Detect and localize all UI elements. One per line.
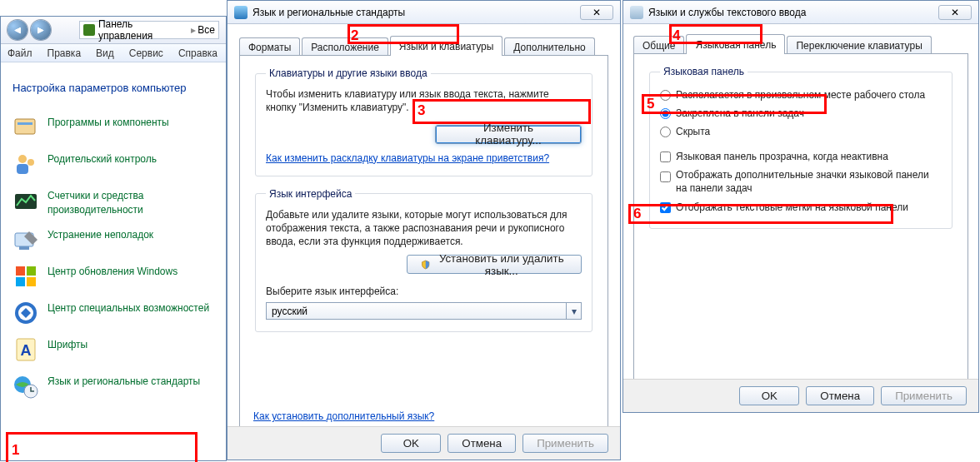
marker-3-num: 3 — [418, 102, 425, 119]
marker-4-num: 4 — [672, 27, 680, 44]
cat-label: Язык и региональные стандарты — [48, 373, 200, 388]
programs-icon — [12, 114, 39, 141]
group-legend: Языковая панель — [660, 66, 748, 77]
chk-label: Отображать дополнительные значки языково… — [676, 169, 942, 195]
parental-icon — [12, 151, 39, 177]
langbar-group: Языковая панель Располагается в произвол… — [649, 66, 952, 229]
windows-update-icon — [12, 263, 39, 290]
marker-6-num: 6 — [633, 206, 641, 222]
chk-text-labels[interactable]: Отображать текстовые метки на языковой п… — [660, 198, 942, 216]
chevron-icon: ▸ — [191, 24, 196, 36]
cat-ease-of-access[interactable]: Центр специальных возможностей — [12, 295, 214, 331]
radio-floating[interactable]: Располагается в произвольном месте рабоч… — [660, 86, 942, 104]
apply-button[interactable]: Применить — [522, 434, 608, 453]
tab-location[interactable]: Расположение — [302, 37, 388, 56]
radio-hidden[interactable]: Скрыта — [660, 122, 942, 141]
cat-label: Счетчики и средства производительности — [48, 187, 214, 216]
tab-switch[interactable]: Переключение клавиатуры — [787, 36, 931, 54]
dialog-footer: OK Отмена Применить — [228, 426, 620, 460]
svg-rect-10 — [16, 277, 25, 286]
cat-perf[interactable]: Счетчики и средства производительности — [12, 182, 214, 221]
cat-label: Шрифты — [48, 336, 88, 351]
cat-label: Центр специальных возможностей — [48, 300, 209, 315]
svg-rect-0 — [15, 119, 35, 134]
radio-label: Располагается в произвольном месте рабоч… — [676, 89, 925, 101]
title-label: Язык и региональные стандарты — [252, 7, 580, 18]
back-button[interactable]: ◄ — [8, 20, 28, 40]
troubleshoot-icon — [12, 226, 39, 253]
menu-edit[interactable]: Правка — [48, 47, 82, 59]
close-button[interactable]: ✕ — [580, 5, 613, 20]
svg-rect-8 — [16, 266, 25, 276]
chk-transparent[interactable]: Языковая панель прозрачна, когда неактив… — [660, 147, 942, 166]
apply-button[interactable]: Применить — [881, 386, 967, 405]
forward-button[interactable]: ► — [31, 20, 51, 40]
cat-programs[interactable]: Программы и компоненты — [12, 109, 214, 146]
control-panel-icon — [83, 24, 95, 36]
tab-formats[interactable]: Форматы — [239, 37, 300, 56]
radio-label: Скрыта — [676, 126, 710, 137]
svg-rect-7 — [19, 246, 29, 250]
ok-button[interactable]: OK — [739, 386, 799, 405]
fonts-icon: A — [12, 336, 39, 363]
group-legend: Клавиатуры и другие языки ввода — [266, 67, 431, 79]
globe-clock-icon — [12, 373, 39, 400]
marker-2-num: 2 — [351, 27, 358, 44]
category-list: Программы и компоненты Родительский конт… — [1, 109, 226, 404]
menu-view[interactable]: Вид — [96, 47, 114, 59]
tabs: Форматы Расположение Языки и клавиатуры … — [239, 36, 608, 56]
cancel-button[interactable]: Отмена — [806, 386, 874, 405]
breadcrumb-bar[interactable]: Панель управления ▸ Все — [79, 21, 219, 39]
chk-label: Языковая панель прозрачна, когда неактив… — [676, 151, 888, 162]
menu-file[interactable]: Файл — [8, 47, 32, 59]
change-keyboard-button[interactable]: Изменить клавиатуру... — [435, 125, 582, 144]
cat-fonts[interactable]: A Шрифты — [12, 331, 214, 368]
welcome-layout-link[interactable]: Как изменить раскладку клавиатуры на экр… — [266, 152, 549, 164]
display-lang-group: Язык интерфейса Добавьте или удалите язы… — [255, 188, 592, 333]
extra-lang-link[interactable]: Как установить дополнительный язык? — [253, 410, 434, 422]
keyboard-icon — [630, 6, 643, 19]
dialog-footer: OK Отмена Применить — [623, 379, 978, 412]
text-services-dialog: Языки и службы текстового ввода ✕ Общие … — [622, 0, 979, 413]
globe-icon — [234, 6, 248, 19]
group-legend: Язык интерфейса — [266, 188, 355, 200]
keyboard-group: Клавиатуры и другие языки ввода Чтобы из… — [255, 67, 592, 176]
cat-parental[interactable]: Родительский контроль — [12, 146, 214, 182]
cat-label: Родительский контроль — [48, 151, 157, 166]
menu-help[interactable]: Справка — [178, 47, 218, 59]
control-panel-window: ◄ ► Панель управления ▸ Все Файл Правка … — [0, 16, 227, 461]
cancel-button[interactable]: Отмена — [448, 434, 516, 453]
marker-1-num: 1 — [12, 442, 19, 459]
svg-rect-11 — [27, 277, 36, 286]
svg-point-2 — [18, 155, 27, 163]
svg-rect-1 — [18, 122, 32, 125]
crumb-root[interactable]: Панель управления — [98, 18, 189, 42]
language-combo[interactable]: русский ▾ — [266, 302, 582, 320]
menu-tools[interactable]: Сервис — [129, 47, 163, 59]
tab-langbar[interactable]: Языковая панель — [686, 34, 785, 54]
chk-extra-icons[interactable]: Отображать дополнительные значки языково… — [660, 166, 942, 198]
tab-keyboards[interactable]: Языки и клавиатуры — [390, 36, 502, 56]
cat-label: Программы и компоненты — [48, 114, 169, 129]
radio-label: Закреплена в панели задач — [676, 107, 804, 119]
cat-windows-update[interactable]: Центр обновления Windows — [12, 258, 214, 295]
crumb-leaf[interactable]: Все — [198, 24, 215, 36]
ease-icon — [12, 300, 39, 326]
ok-button[interactable]: OK — [381, 434, 441, 453]
cat-troubleshoot[interactable]: Устранение неполадок — [12, 221, 214, 258]
close-button[interactable]: ✕ — [938, 5, 972, 20]
radio-docked[interactable]: Закреплена в панели задач — [660, 104, 942, 122]
group-text: Добавьте или удалите языки, которые могу… — [266, 208, 582, 249]
cat-region[interactable]: Язык и региональные стандарты — [12, 368, 214, 405]
tab-panel: Языковая панель Располагается в произвол… — [633, 53, 968, 390]
title-label: Языки и службы текстового ввода — [648, 7, 938, 18]
combo-value: русский — [272, 306, 308, 317]
svg-text:A: A — [21, 342, 32, 359]
install-language-button[interactable]: Установить или удалить язык... — [407, 255, 582, 274]
perf-icon — [12, 187, 39, 214]
region-dialog: Язык и региональные стандарты ✕ Форматы … — [227, 0, 621, 460]
title-bar: Языки и службы текстового ввода ✕ — [623, 1, 978, 24]
tab-advanced[interactable]: Дополнительно — [504, 37, 594, 56]
svg-rect-4 — [17, 164, 28, 174]
chk-label: Отображать текстовые метки на языковой п… — [676, 201, 908, 213]
